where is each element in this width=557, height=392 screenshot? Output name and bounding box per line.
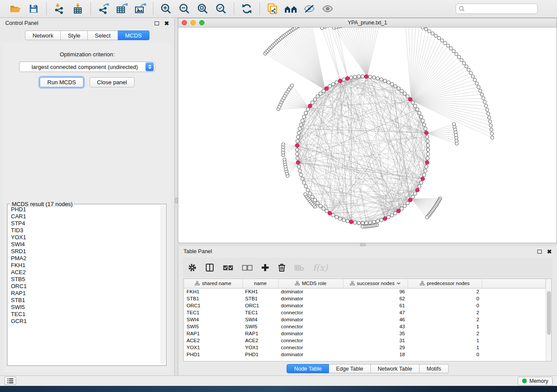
network-node[interactable]	[424, 169, 427, 172]
network-node[interactable]	[298, 127, 301, 131]
col-header-mcds-role[interactable]: MCDS role	[278, 279, 343, 288]
network-node[interactable]	[452, 49, 456, 53]
network-node[interactable]	[313, 198, 317, 202]
network-node[interactable]	[418, 185, 421, 188]
splitter-handle[interactable]	[360, 244, 366, 246]
network-node[interactable]	[490, 132, 494, 135]
network-node[interactable]	[316, 201, 319, 205]
save-session-button[interactable]	[25, 2, 42, 16]
network-node[interactable]	[301, 177, 304, 181]
mcds-result-item[interactable]: ACE2	[9, 269, 160, 276]
network-node[interactable]	[411, 195, 415, 199]
network-node[interactable]	[449, 47, 453, 50]
network-node[interactable]	[296, 157, 299, 160]
network-node[interactable]	[311, 195, 314, 199]
network-window-titlebar[interactable]: YPA_prune.txt_1	[178, 18, 557, 28]
network-node[interactable]	[299, 173, 303, 176]
network-node[interactable]	[368, 75, 372, 79]
network-node[interactable]	[419, 115, 423, 119]
table-row[interactable]: ORC1ORC1dominator610	[184, 302, 546, 309]
network-node[interactable]	[426, 152, 430, 156]
network-node[interactable]	[482, 96, 485, 100]
network-node[interactable]	[335, 215, 339, 219]
network-node[interactable]	[421, 119, 425, 122]
network-node[interactable]	[426, 135, 429, 139]
network-node[interactable]	[467, 68, 471, 72]
close-panel-icon[interactable]: ✖	[547, 249, 552, 254]
tab-network-table[interactable]: Network Table	[371, 364, 420, 373]
mcds-network-node[interactable]	[328, 211, 332, 215]
mcds-network-node[interactable]	[421, 177, 425, 181]
mcds-network-node[interactable]	[325, 86, 329, 90]
mcds-result-item[interactable]: PHD1	[9, 206, 160, 213]
network-node[interactable]	[413, 104, 417, 108]
network-node[interactable]	[446, 44, 450, 48]
mcds-result-item[interactable]: STP4	[9, 220, 160, 227]
network-node[interactable]	[413, 192, 417, 195]
network-node[interactable]	[403, 204, 406, 208]
network-node[interactable]	[346, 219, 349, 223]
network-node[interactable]	[390, 213, 394, 217]
mcds-result-item[interactable]: STB5	[9, 276, 160, 283]
tab-network[interactable]: Network	[25, 31, 61, 40]
tab-node-table[interactable]: Node Table	[287, 364, 329, 373]
network-node[interactable]	[313, 98, 317, 101]
network-node[interactable]	[357, 75, 360, 78]
float-panel-icon[interactable]	[155, 21, 159, 25]
network-node[interactable]	[415, 108, 419, 111]
network-node[interactable]	[457, 55, 461, 59]
mcds-network-node[interactable]	[349, 220, 353, 224]
network-node[interactable]	[332, 83, 335, 86]
network-node[interactable]	[319, 204, 322, 208]
splitter-handle[interactable]	[175, 198, 178, 203]
mcds-network-node[interactable]	[346, 76, 349, 80]
network-node[interactable]	[387, 81, 390, 84]
network-node[interactable]	[400, 207, 404, 210]
optimization-criterion-select[interactable]: largest connected component (undirected)	[19, 62, 155, 72]
col-header-successor-nodes[interactable]: successor nodes	[343, 279, 408, 288]
network-node[interactable]	[479, 89, 482, 93]
network-node[interactable]	[319, 92, 322, 95]
memory-button[interactable]: Memory	[518, 377, 553, 385]
network-node[interactable]	[291, 84, 294, 87]
delete-column-icon[interactable]	[278, 263, 286, 272]
network-node[interactable]	[455, 142, 459, 145]
network-node[interactable]	[426, 216, 429, 219]
network-node[interactable]	[425, 165, 428, 168]
mcds-list-scrollbar[interactable]	[161, 206, 165, 364]
network-node[interactable]	[440, 39, 444, 42]
network-node[interactable]	[380, 218, 383, 222]
network-node[interactable]	[295, 148, 299, 151]
network-node[interactable]	[306, 188, 310, 192]
table-row[interactable]: SWI5SWI5connector431	[184, 323, 546, 330]
network-node[interactable]	[322, 207, 325, 210]
network-node[interactable]	[361, 75, 364, 78]
network-node[interactable]	[484, 104, 488, 108]
mcds-network-node[interactable]	[296, 161, 300, 165]
split-view-icon[interactable]	[205, 263, 214, 272]
network-node[interactable]	[357, 221, 360, 225]
network-node[interactable]	[308, 192, 312, 195]
network-node[interactable]	[380, 78, 383, 81]
network-node[interactable]	[411, 101, 415, 104]
network-node[interactable]	[418, 111, 421, 115]
network-node[interactable]	[465, 65, 468, 68]
clone-network-button[interactable]	[264, 2, 281, 16]
network-node[interactable]	[376, 219, 380, 223]
network-node[interactable]	[349, 76, 353, 79]
mcds-result-item[interactable]: SRD1	[9, 248, 160, 255]
network-node[interactable]	[400, 89, 404, 93]
network-node[interactable]	[390, 83, 394, 86]
add-column-icon[interactable]	[261, 264, 269, 272]
first-neighbors-button[interactable]	[283, 2, 299, 16]
network-node[interactable]	[353, 75, 357, 79]
mcds-network-node[interactable]	[425, 161, 429, 165]
network-node[interactable]	[406, 201, 409, 205]
network-node[interactable]	[297, 131, 301, 134]
network-node[interactable]	[460, 58, 464, 62]
mcds-result-item[interactable]: ORC1	[9, 283, 160, 290]
network-node[interactable]	[296, 139, 299, 143]
network-node[interactable]	[320, 28, 324, 30]
tab-edge-table[interactable]: Edge Table	[329, 364, 370, 373]
network-node[interactable]	[488, 116, 491, 120]
